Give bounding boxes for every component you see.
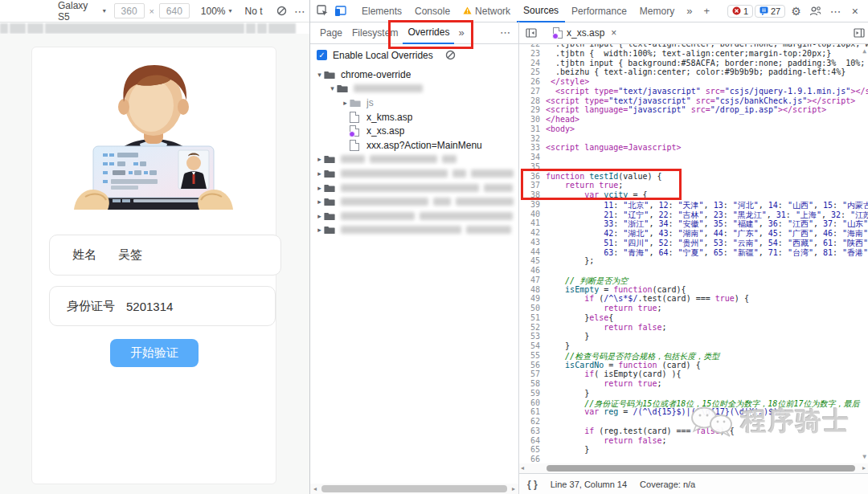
- tree-file-x_kms.asp[interactable]: x_kms.asp: [310, 110, 518, 125]
- line-number[interactable]: 64: [519, 436, 546, 446]
- line-number[interactable]: 57: [519, 369, 546, 379]
- code-line-23[interactable]: 23 .tjbtn { width:100%; text-align:cente…: [519, 49, 868, 59]
- tab-memory[interactable]: Memory: [633, 1, 681, 22]
- sidebar-menu-icon[interactable]: ⋯: [500, 27, 518, 39]
- code-line-51[interactable]: 51 }else{: [519, 313, 868, 323]
- line-number[interactable]: 56: [519, 361, 546, 370]
- tab-elements[interactable]: Elements: [355, 1, 408, 22]
- line-number[interactable]: 55: [519, 351, 546, 361]
- code-line-28[interactable]: 28<script type="text/javascript" src="cs…: [519, 96, 868, 106]
- scrollbar-thumb[interactable]: [547, 465, 855, 472]
- tree-file-x_xs.asp[interactable]: x_xs.asp: [310, 124, 518, 138]
- line-number[interactable]: 23: [519, 49, 546, 59]
- editor-tab-x-xs-asp[interactable]: x_xs.asp ×: [547, 22, 623, 43]
- code-line-33[interactable]: 33<script language=Javascript>: [519, 143, 868, 153]
- line-number[interactable]: 48: [519, 285, 546, 295]
- code-line-45[interactable]: 45 };: [519, 256, 868, 266]
- navigator-collapse-icon[interactable]: [522, 24, 540, 42]
- scroll-right-icon[interactable]: ▸: [862, 464, 866, 472]
- expander-icon[interactable]: ▾: [328, 84, 337, 92]
- code-line-41[interactable]: 41 33: "浙江", 34: "安徽", 35: "福建", 36: "江西…: [519, 218, 868, 228]
- errors-badge[interactable]: 1: [727, 5, 753, 18]
- devtools-close-icon[interactable]: ×: [847, 5, 863, 18]
- expander-icon[interactable]: ▸: [315, 184, 324, 192]
- code-line-59[interactable]: 59 }: [519, 389, 868, 398]
- scroll-left-icon[interactable]: ◂: [521, 464, 524, 472]
- code-line-65[interactable]: 65 }: [519, 445, 868, 455]
- line-number[interactable]: 32: [519, 134, 546, 144]
- code-line-58[interactable]: 58 return true;: [519, 379, 868, 389]
- expander-icon[interactable]: ▸: [341, 99, 350, 107]
- tree-folder-blurred[interactable]: ▸: [310, 209, 518, 223]
- line-number[interactable]: 33: [519, 143, 546, 153]
- line-number[interactable]: 47: [519, 276, 546, 285]
- code-line-50[interactable]: 50 return true;: [519, 304, 868, 313]
- line-number[interactable]: 26: [519, 77, 546, 87]
- code-line-44[interactable]: 44 63: "青海", 64: "宁夏", 65: "新疆", 71: "台湾…: [519, 247, 868, 257]
- device-toolbar-toggle-icon[interactable]: [331, 2, 349, 20]
- code-line-29[interactable]: 29<script language="javascript" src="/dr…: [519, 105, 868, 115]
- tree-folder-blurred[interactable]: ▸: [310, 181, 518, 195]
- code-line-30[interactable]: 30</head>: [519, 115, 868, 125]
- code-line-34[interactable]: 34: [519, 153, 868, 162]
- scroll-right-icon[interactable]: ▸: [509, 485, 518, 492]
- line-number[interactable]: 27: [519, 87, 546, 96]
- code-line-25[interactable]: 25 .beizhu { text-align:center; color:#9…: [519, 67, 868, 77]
- code-line-57[interactable]: 57 if( isEmpty(card) ){: [519, 369, 868, 379]
- line-number[interactable]: 41: [519, 218, 546, 228]
- code-line-27[interactable]: 27 <script type="text/javascript" src="c…: [519, 87, 868, 96]
- sidebar-horizontal-scrollbar[interactable]: ◂ ▸: [310, 484, 518, 494]
- line-number[interactable]: 45: [519, 256, 546, 266]
- block-icon[interactable]: [272, 2, 290, 20]
- expander-icon[interactable]: ▸: [315, 198, 324, 206]
- line-number[interactable]: 44: [519, 247, 546, 257]
- more-tabs-icon[interactable]: »: [681, 5, 698, 17]
- line-number[interactable]: 51: [519, 313, 546, 323]
- viewport-width-input[interactable]: 360: [114, 3, 145, 18]
- code-line-48[interactable]: 48 isEmpty = function(card){: [519, 285, 868, 295]
- tab-network[interactable]: Network: [457, 1, 517, 22]
- code-line-52[interactable]: 52 return false;: [519, 323, 868, 333]
- code-line-24[interactable]: 24 .tjbtn input { background:#58ACFA; bo…: [519, 59, 868, 68]
- tree-file-xxx.asp?Action=MainMenu[interactable]: xxx.asp?Action=MainMenu: [310, 138, 518, 153]
- line-number[interactable]: 66: [519, 455, 546, 463]
- start-verify-button[interactable]: 开始验证: [110, 339, 199, 367]
- enable-overrides-checkbox[interactable]: ✓: [317, 50, 327, 60]
- line-number[interactable]: 39: [519, 200, 546, 210]
- line-number[interactable]: 59: [519, 389, 546, 398]
- line-number[interactable]: 29: [519, 105, 546, 115]
- code-line-56[interactable]: 56 isCardNo = function (card) {: [519, 361, 868, 370]
- code-line-54[interactable]: 54 }: [519, 341, 868, 351]
- scroll-left-icon[interactable]: ◂: [310, 485, 320, 492]
- zoom-select[interactable]: 100% ▾: [201, 6, 232, 17]
- line-number[interactable]: 58: [519, 379, 546, 389]
- line-number[interactable]: 52: [519, 323, 546, 333]
- device-toolbar-more-icon[interactable]: ⋯: [290, 5, 309, 18]
- profiles-icon[interactable]: [807, 2, 825, 20]
- line-number[interactable]: 53: [519, 332, 546, 341]
- viewport-height-input[interactable]: 640: [159, 3, 190, 18]
- pretty-print-icon[interactable]: { }: [527, 479, 538, 490]
- editor-horizontal-scrollbar[interactable]: ◂ ▸: [519, 463, 868, 473]
- code-line-53[interactable]: 53 }: [519, 332, 868, 341]
- debugger-sidebar-toggle-icon[interactable]: [850, 24, 868, 42]
- line-number[interactable]: 60: [519, 398, 546, 408]
- sidebar-tab-page[interactable]: Page: [315, 22, 347, 43]
- line-number[interactable]: 30: [519, 115, 546, 125]
- line-number[interactable]: 24: [519, 59, 546, 68]
- tree-folder-blurred[interactable]: ▸: [310, 194, 518, 209]
- line-number[interactable]: 46: [519, 266, 546, 276]
- scrollbar-thumb[interactable]: [321, 485, 507, 492]
- code-line-43[interactable]: 43 51: "四川", 52: "贵州", 53: "云南", 54: "西藏…: [519, 238, 868, 247]
- id-number-field[interactable]: 身份证号 5201314: [49, 286, 276, 326]
- code-line-55[interactable]: 55 //检查号码是否符合规格，包括长度，类型: [519, 351, 868, 361]
- source-code-area[interactable]: ▲ ▼ 程序骑士 22 .tjbtn input { text: [519, 44, 868, 463]
- line-number[interactable]: 54: [519, 341, 546, 351]
- code-line-42[interactable]: 42 42: "湖北", 43: "湖南", 44: "广东", 45: "广西…: [519, 228, 868, 238]
- close-tab-icon[interactable]: ×: [611, 27, 616, 39]
- tree-folder-js[interactable]: ▸js: [310, 96, 518, 110]
- tree-folder-blurred[interactable]: ▸: [310, 153, 518, 167]
- settings-gear-icon[interactable]: ⚙: [787, 5, 805, 18]
- tree-folder-chrome-override[interactable]: ▾chrome-override: [310, 67, 518, 82]
- name-field[interactable]: 姓名 吴签: [49, 235, 281, 276]
